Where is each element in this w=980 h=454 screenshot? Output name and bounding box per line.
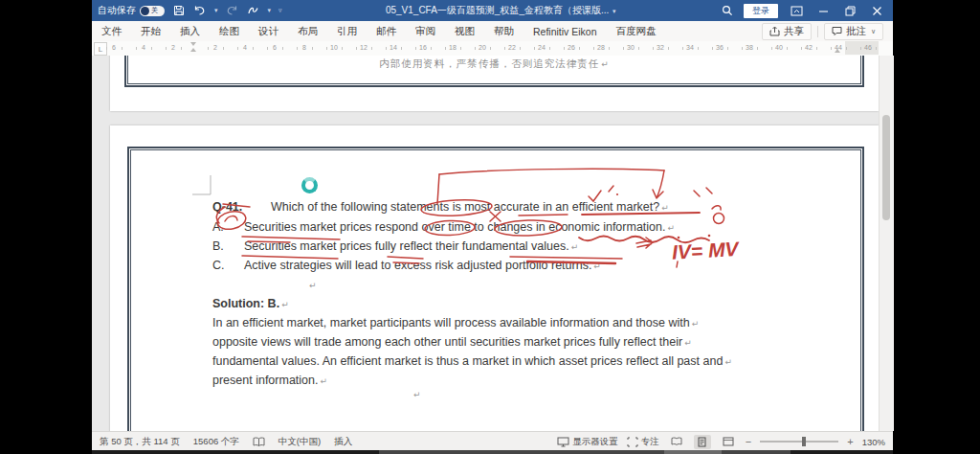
ruler-number: 2: [171, 44, 175, 51]
page-indicator[interactable]: 第 50 页，共 114 页: [100, 436, 180, 448]
zoom-slider-thumb[interactable]: [802, 437, 806, 446]
ruler-number: 12: [360, 44, 368, 51]
empty-paragraph-mark: ↵: [412, 387, 421, 402]
ribbon-display-options-icon[interactable]: [788, 3, 805, 18]
tab-layout[interactable]: 布局: [288, 25, 327, 38]
ink-pen-icon[interactable]: [246, 4, 260, 18]
document-canvas[interactable]: 内部使用资料，严禁传播，否则追究法律责任↵ Q-41. Which of the…: [92, 56, 879, 431]
language-indicator[interactable]: 中文(中国): [278, 436, 321, 448]
pilcrow-mark: ↵: [413, 390, 421, 399]
ruler-number: 44: [835, 44, 842, 51]
ruler-right-margin-shade: [845, 41, 879, 55]
tab-home[interactable]: 开始: [131, 25, 170, 38]
option-c-text: Active strategies will lead to excess ri…: [244, 259, 601, 274]
ruler-number: 26: [568, 44, 575, 51]
zoom-level[interactable]: 130%: [862, 437, 885, 447]
title-dropdown-icon[interactable]: ▾: [612, 8, 616, 14]
tab-view[interactable]: 视图: [445, 25, 484, 38]
scrollbar-thumb[interactable]: [882, 115, 890, 220]
focus-icon: [627, 437, 638, 447]
pilcrow-mark: ↵: [601, 59, 610, 69]
read-mode-button[interactable]: [668, 435, 685, 449]
web-layout-button[interactable]: [720, 435, 737, 449]
word-count[interactable]: 15606 个字: [193, 436, 239, 448]
option-a-text: Securities market prices respond over ti…: [244, 220, 675, 236]
autosave-toggle[interactable]: 自动保存 关: [98, 4, 165, 17]
tab-file[interactable]: 文件: [92, 25, 131, 38]
comments-caret-icon: ∨: [871, 28, 876, 35]
ruler-number: 32: [657, 44, 664, 51]
ruler-number: 10: [330, 44, 338, 51]
sync-spinner-icon: [301, 177, 318, 193]
ruler-number: 24: [538, 44, 546, 51]
option-a-label: A.: [212, 220, 224, 235]
tab-draw[interactable]: 绘图: [210, 25, 249, 38]
pilcrow-mark: ↵: [724, 357, 732, 367]
ruler-number: 38: [746, 44, 753, 51]
tab-references[interactable]: 引用: [327, 25, 367, 38]
ruler-number: 40: [775, 44, 783, 51]
ink-pen-dropdown-icon[interactable]: ▾: [268, 7, 272, 14]
ruler-number: 20: [479, 44, 486, 51]
restore-button[interactable]: [841, 3, 858, 18]
tab-design[interactable]: 设计: [249, 25, 288, 38]
page1-footer-text: 内部使用资料，严禁传播，否则追究法律责任↵: [124, 57, 864, 71]
login-button[interactable]: 登录: [744, 4, 778, 18]
solution-heading: Solution: B.↵: [212, 297, 289, 312]
minimize-button[interactable]: [814, 3, 832, 18]
word-window: 自动保存 关 ▾ ▾ ▿ 05_V1_CFA一级百题预测: [92, 0, 893, 454]
ruler-number: 14: [390, 44, 397, 51]
solution-line: In an efficient market, market participa…: [212, 316, 699, 331]
solution-line: present information.↵: [212, 374, 327, 389]
comment-icon: [832, 26, 842, 36]
solution-line: fundamental values. An efficient market …: [212, 354, 732, 370]
question-number: Q-41.: [212, 200, 242, 215]
redo-icon[interactable]: [225, 4, 239, 18]
tab-help[interactable]: 帮助: [484, 25, 523, 38]
undo-dropdown-icon[interactable]: ▾: [214, 7, 218, 14]
status-bar: 第 50 页，共 114 页 15606 个字 中文(中国) 插入 显示器设置 …: [92, 431, 893, 451]
zoom-in-button[interactable]: +: [847, 436, 853, 447]
zoom-slider[interactable]: [760, 441, 838, 443]
question-stem: Which of the following statements is mos…: [271, 200, 669, 216]
tab-refinitiv-eikon[interactable]: Refinitiv Eikon: [523, 26, 607, 37]
autosave-state: 关: [151, 6, 158, 15]
tab-mailings[interactable]: 邮件: [367, 25, 406, 38]
autosave-label: 自动保存: [98, 4, 136, 17]
option-b-label: B.: [212, 239, 224, 254]
pilcrow-mark: ↵: [692, 319, 700, 329]
ruler-number: 46: [864, 44, 872, 51]
ruler-number: 8: [302, 44, 306, 51]
ruler-number: 18: [449, 44, 457, 51]
proofing-icon[interactable]: [253, 437, 265, 447]
ruler-number: 4: [142, 44, 145, 51]
zoom-out-button[interactable]: −: [746, 436, 751, 447]
option-b-text: Securities market prices fully reflect t…: [244, 239, 578, 255]
ruler-number: 16: [419, 44, 427, 51]
search-icon[interactable]: [720, 4, 734, 18]
ruler-number: 6: [112, 44, 116, 51]
ruler-number: 36: [716, 44, 724, 51]
print-layout-button[interactable]: [694, 435, 711, 449]
ruler-number: 42: [805, 44, 813, 51]
solution-line: opposite views will trade among each oth…: [212, 335, 692, 351]
display-settings[interactable]: 显示器设置: [557, 436, 618, 448]
save-icon[interactable]: [171, 4, 186, 18]
focus-mode[interactable]: 专注: [627, 436, 659, 448]
close-button[interactable]: [868, 3, 885, 18]
comments-button[interactable]: 批注 ∨: [824, 23, 883, 40]
insert-mode[interactable]: 插入: [334, 436, 352, 448]
horizontal-ruler[interactable]: L 64224681012141618202224262830323436384…: [92, 41, 893, 57]
indent-marker[interactable]: [190, 42, 197, 54]
tab-baidu-netdisk[interactable]: 百度网盘: [607, 25, 666, 38]
video-progress-strip: [92, 450, 893, 454]
vertical-scrollbar[interactable]: [879, 56, 894, 431]
ruler-number: 22: [508, 44, 516, 51]
share-button[interactable]: 共享: [762, 23, 812, 40]
tab-insert[interactable]: 插入: [170, 25, 210, 38]
undo-icon[interactable]: [192, 4, 207, 18]
autosave-switch-icon[interactable]: 关: [140, 6, 165, 16]
tab-review[interactable]: 审阅: [406, 25, 445, 38]
tab-selector[interactable]: L: [94, 42, 107, 56]
pilcrow-mark: ↵: [684, 338, 692, 348]
